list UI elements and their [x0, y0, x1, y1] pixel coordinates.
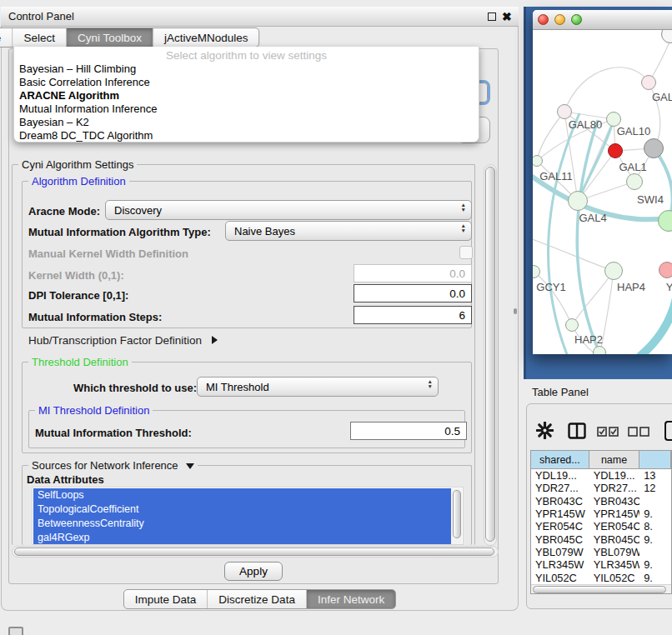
tab-discretize-data[interactable]: Discretize Data	[207, 590, 306, 608]
algorithm-option-aracne-algorithm[interactable]: ARACNE Algorithm	[14, 89, 479, 102]
float-panel-icon[interactable]	[488, 12, 496, 21]
which-threshold-select[interactable]: MI Threshold ▲▼	[197, 377, 439, 397]
attribute-item-selfloops[interactable]: SelfLoops	[33, 488, 452, 502]
zoom-window-icon[interactable]	[571, 14, 582, 25]
table-row[interactable]: YIL052CYIL052C9.	[531, 572, 671, 584]
attributes-scrollbar[interactable]	[451, 488, 462, 545]
column-header-shared[interactable]: shared...	[531, 451, 589, 469]
table-cell: YBR043C	[531, 495, 589, 508]
table-row[interactable]: YDL19...YDL19...13	[531, 469, 671, 482]
which-threshold-value: MI Threshold	[206, 381, 269, 393]
node-label-gal: GAL	[652, 91, 672, 103]
table-cell: YLR345W	[531, 558, 589, 571]
close-window-icon[interactable]	[538, 14, 549, 25]
control-panel-titlebar: Control Panel	[1, 7, 519, 27]
tab-infer-network[interactable]: Infer Network	[306, 590, 395, 608]
node-hap4[interactable]	[604, 262, 623, 280]
node-selected-red[interactable]	[608, 143, 623, 158]
tab-select[interactable]: Select	[12, 28, 66, 47]
node-gray[interactable]	[644, 138, 664, 158]
attribute-item-gal4rgexp[interactable]: gal4RGexp	[33, 531, 452, 545]
algorithm-definition-title: Algorithm Definition	[28, 175, 129, 188]
table-row[interactable]: YER054CYER054C8.	[531, 520, 671, 532]
deselect-all-columns-icon[interactable]	[628, 426, 649, 441]
kernel-width-field[interactable]	[354, 264, 472, 282]
minimize-window-icon[interactable]	[554, 14, 565, 25]
restore-panel-icon[interactable]	[8, 627, 23, 635]
column-selector-icon[interactable]	[568, 422, 586, 442]
column-header-name[interactable]: name	[589, 451, 639, 469]
table-row[interactable]: YDR27...YDR27...12	[531, 482, 671, 494]
gear-icon[interactable]	[536, 422, 554, 442]
table-row[interactable]: YBR043CYBR043C	[531, 495, 671, 508]
table-cell: YBR045C	[531, 533, 589, 546]
table-horizontal-scrollbar-thumb[interactable]	[533, 586, 666, 593]
settings-horizontal-scrollbar-thumb[interactable]	[14, 548, 494, 556]
bottom-tab-row: Impute DataDiscretize DataInfer Network	[0, 589, 519, 609]
threshold-definition-title: Threshold Definition	[28, 356, 132, 368]
hub-definition-expander[interactable]: Hub/Transcription Factor Definition	[28, 334, 218, 347]
mi-type-select[interactable]: Naive Bayes ▲▼	[225, 221, 472, 241]
table-row[interactable]: YLR345WYLR345W9.	[531, 558, 671, 571]
node-bottom[interactable]	[593, 346, 606, 354]
algorithm-dropdown-list: Select algorithm to view settings Bayesi…	[13, 47, 479, 142]
dpi-tolerance-field[interactable]	[354, 284, 472, 302]
mi-threshold-label: Mutual Information Threshold:	[35, 427, 192, 439]
stepper-arrows-icon: ▲▼	[461, 223, 466, 232]
node-gal-top[interactable]	[641, 75, 656, 90]
manual-kernel-checkbox[interactable]	[459, 246, 473, 259]
attribute-item-betweennesscentrality[interactable]: BetweennessCentrality	[33, 517, 452, 531]
close-panel-icon[interactable]: ✖	[502, 8, 512, 26]
attribute-item-topologicalcoefficient[interactable]: TopologicalCoefficient	[33, 502, 452, 517]
node-gal80[interactable]	[557, 104, 572, 119]
node-gal4[interactable]	[568, 191, 588, 211]
table-row[interactable]: YBR045CYBR045C9.	[531, 533, 671, 546]
expander-collapsed-icon	[212, 336, 218, 344]
aracne-mode-select[interactable]: Discovery ▲▼	[105, 200, 472, 220]
tab-jactivemnodules[interactable]: jActiveMNodules	[153, 28, 259, 47]
data-attributes-label: Data Attributes	[27, 473, 104, 486]
panel-divider-grip[interactable]	[514, 308, 517, 314]
table-cell: YDL19...	[531, 469, 589, 482]
node-label-hap4: HAP4	[617, 281, 645, 293]
node-table[interactable]: shared...name YDL19...YDL19...13YDR27...…	[530, 450, 672, 594]
algorithm-option-bayesian-k2[interactable]: Bayesian – K2	[14, 116, 479, 129]
manual-kernel-label: Manual Kernel Width Definition	[28, 248, 188, 260]
settings-vertical-scrollbar-thumb[interactable]	[485, 167, 495, 542]
algorithm-option-bayesian-hill-climbing[interactable]: Bayesian – Hill Climbing	[14, 62, 479, 76]
select-all-columns-icon[interactable]	[597, 426, 619, 441]
table-cell: 12	[639, 482, 671, 494]
table-cell: YER054C	[589, 520, 639, 532]
attributes-scrollbar-thumb[interactable]	[453, 490, 461, 538]
table-cell: YIL052C	[589, 572, 639, 584]
algorithm-option-mutual-information-inference[interactable]: Mutual Information Inference	[14, 102, 479, 116]
tab-cyni-toolbox[interactable]: Cyni Toolbox	[66, 28, 153, 47]
apply-button[interactable]: Apply	[224, 562, 283, 581]
network-canvas[interactable]: GALGAL80GAL10GAL1GAL11SWI4GAL4GCY1HAP4YH…	[533, 30, 672, 354]
table-horizontal-scrollbar[interactable]	[531, 584, 671, 594]
table-cell: YDR27...	[531, 482, 589, 494]
node-hap2[interactable]	[565, 318, 579, 332]
node-label-gcy1: GCY1	[536, 281, 565, 293]
tab-style[interactable]: Style	[0, 28, 12, 47]
mi-steps-field[interactable]	[354, 306, 472, 324]
settings-horizontal-scrollbar[interactable]	[12, 546, 499, 558]
node-pink-right[interactable]	[659, 262, 672, 278]
algorithm-option-basic-correlation-inference[interactable]: Basic Correlation Inference	[14, 76, 479, 89]
algorithm-option-dream8-dc-tdc-algorithm[interactable]: Dream8 DC_TDC Algorithm	[14, 129, 479, 142]
partial-toolbar-icon[interactable]	[664, 421, 672, 441]
mi-threshold-field[interactable]	[350, 422, 467, 440]
column-header-partial[interactable]	[639, 451, 671, 469]
sources-expander[interactable]: Sources for Network Inference	[28, 459, 198, 472]
table-row[interactable]: YPR145WYPR145W9.	[531, 508, 671, 520]
table-cell: YBR045C	[589, 533, 639, 546]
settings-vertical-scrollbar[interactable]	[484, 164, 497, 546]
tab-impute-data[interactable]: Impute Data	[124, 590, 208, 608]
data-attributes-list[interactable]: SelfLoopsTopologicalCoefficientBetweenne…	[32, 487, 464, 545]
node-label-gal1: GAL1	[619, 161, 646, 173]
network-window-titlebar[interactable]	[533, 10, 672, 30]
node-gal1[interactable]	[626, 173, 643, 190]
tab-label-select: Select	[23, 32, 55, 44]
table-row[interactable]: YBL079WYBL079W	[531, 546, 671, 558]
which-threshold-label: Which threshold to use:	[73, 382, 197, 394]
